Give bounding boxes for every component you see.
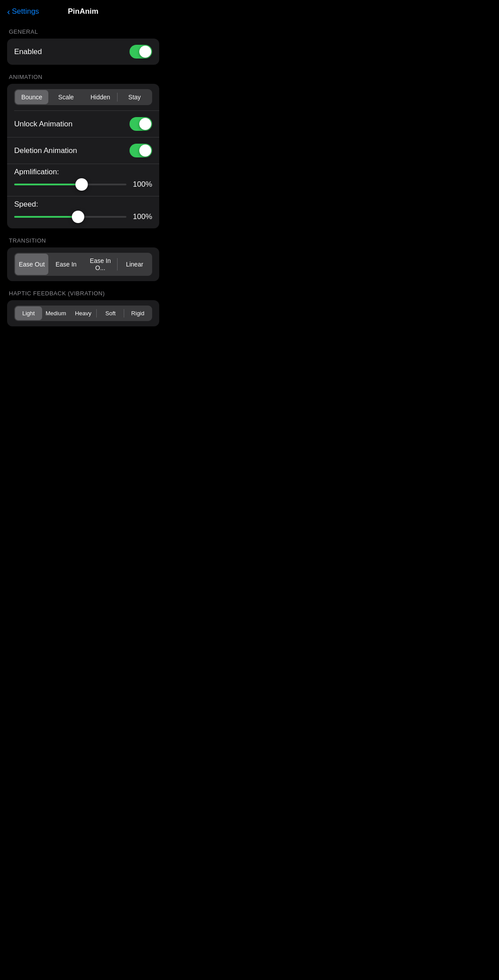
haptic-segmented: Light Medium Heavy Soft Rigid	[14, 306, 152, 321]
animation-section-label: ANIMATION	[7, 74, 159, 80]
transition-section: TRANSITION Ease Out Ease In Ease In O...…	[7, 237, 159, 281]
bottom-spacer	[0, 326, 166, 344]
slider-fill-2	[14, 216, 78, 218]
seg-medium[interactable]: Medium	[43, 306, 70, 320]
seg-ease-in[interactable]: Ease In	[49, 254, 83, 275]
unlock-animation-label: Unlock Animation	[14, 120, 72, 129]
enabled-toggle[interactable]	[130, 45, 152, 59]
slider-fill-1	[14, 184, 82, 185]
deletion-animation-label: Deletion Animation	[14, 146, 77, 155]
amplification-slider[interactable]	[14, 184, 126, 185]
general-card: Enabled	[7, 39, 159, 65]
toggle-thumb	[139, 46, 151, 58]
amplification-slider-row: 100%	[14, 180, 152, 189]
haptic-section: HAPTIC FEEDBACK (VIBRATION) Light Medium…	[7, 290, 159, 326]
enabled-row: Enabled	[7, 39, 159, 65]
seg-ease-in-out[interactable]: Ease In O...	[84, 254, 117, 275]
animation-card: Bounce Scale Hidden Stay Unlock Animatio…	[7, 84, 159, 228]
general-section: GENERAL Enabled	[7, 28, 159, 65]
seg-rigid[interactable]: Rigid	[124, 306, 151, 320]
back-button[interactable]: ‹ Settings	[7, 7, 39, 17]
seg-light[interactable]: Light	[15, 306, 42, 320]
unlock-animation-row: Unlock Animation	[7, 111, 159, 137]
seg-hidden[interactable]: Hidden	[84, 90, 117, 104]
seg-bounce[interactable]: Bounce	[15, 90, 48, 104]
speed-slider-row: 100%	[14, 212, 152, 221]
seg-linear[interactable]: Linear	[118, 254, 151, 275]
seg-stay[interactable]: Stay	[118, 90, 151, 104]
enabled-label: Enabled	[14, 47, 42, 56]
speed-slider[interactable]	[14, 216, 126, 218]
general-section-label: GENERAL	[7, 28, 159, 35]
amplification-value: 100%	[132, 180, 152, 189]
speed-label: Speed:	[14, 200, 152, 209]
transition-card: Ease Out Ease In Ease In O... Linear	[7, 247, 159, 281]
seg-ease-out[interactable]: Ease Out	[15, 254, 48, 275]
back-label: Settings	[12, 7, 39, 16]
haptic-card: Light Medium Heavy Soft Rigid	[7, 300, 159, 326]
toggle-thumb-3	[139, 145, 151, 157]
seg-soft[interactable]: Soft	[97, 306, 124, 320]
slider-thumb-1[interactable]	[75, 178, 88, 191]
animation-section: ANIMATION Bounce Scale Hidden Stay Unloc…	[7, 74, 159, 228]
deletion-animation-row: Deletion Animation	[7, 137, 159, 164]
haptic-section-label: HAPTIC FEEDBACK (VIBRATION)	[7, 290, 159, 297]
unlock-animation-toggle[interactable]	[130, 117, 152, 131]
animation-type-segmented: Bounce Scale Hidden Stay	[14, 89, 152, 105]
deletion-animation-toggle[interactable]	[130, 144, 152, 157]
back-chevron-icon: ‹	[7, 7, 10, 17]
seg-heavy[interactable]: Heavy	[70, 306, 97, 320]
speed-section: Speed: 100%	[7, 196, 159, 228]
amplification-label: Apmlification:	[14, 168, 152, 176]
toggle-thumb-2	[139, 118, 151, 130]
speed-value: 100%	[132, 212, 152, 221]
seg-scale[interactable]: Scale	[49, 90, 83, 104]
amplification-section: Apmlification: 100%	[7, 164, 159, 196]
page-title: PinAnim	[68, 7, 98, 16]
header: ‹ Settings PinAnim	[0, 0, 166, 20]
transition-segmented: Ease Out Ease In Ease In O... Linear	[14, 253, 152, 276]
slider-thumb-2[interactable]	[72, 211, 84, 223]
transition-section-label: TRANSITION	[7, 237, 159, 244]
